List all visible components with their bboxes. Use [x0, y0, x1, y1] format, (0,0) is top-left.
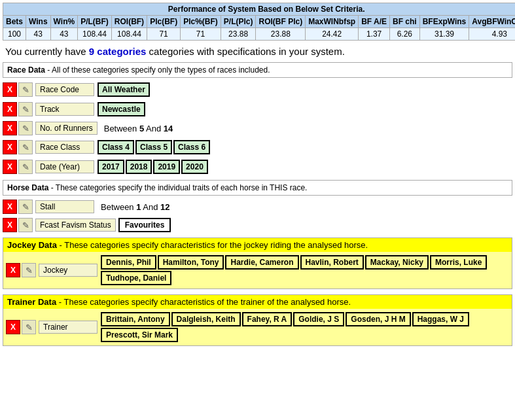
trainer-value-box: Goldie, J S — [293, 312, 344, 326]
perf-cell: 23.88 — [256, 28, 306, 41]
edit-trainer-button[interactable]: ✎ — [22, 320, 36, 334]
category-value-box: 2018 — [126, 160, 152, 174]
trainer-value-box: Brittain, Antony — [101, 312, 170, 326]
horse-category-row: X✎StallBetween 1 And 12 — [3, 200, 512, 214]
perf-col-header: P/L(BF) — [78, 16, 112, 28]
jockey-label: Jockey — [39, 264, 98, 277]
jockey-value-box: Hardie, Cameron — [225, 255, 298, 270]
race-category-row: X✎TrackNewcastle — [3, 101, 512, 117]
delete-button[interactable]: X — [3, 200, 17, 214]
trainer-data-section: Trainer Data - These categories specify … — [3, 294, 512, 346]
race-category-row: X✎Date (Year)2017201820192020 — [3, 159, 512, 175]
perf-col-header: AvgBFWinOdd — [469, 16, 515, 28]
pencil-icon: ✎ — [22, 220, 29, 230]
pencil-icon: ✎ — [22, 202, 29, 212]
perf-col-header: Bets — [3, 16, 26, 28]
category-value-text: Between 5 And 14 — [100, 122, 177, 135]
edit-button[interactable]: ✎ — [18, 121, 33, 135]
horse-category-values: Between 1 And 12 — [97, 201, 174, 213]
jockey-row: X ✎ Jockey Dennis, PhilHamilton, TonyHar… — [3, 252, 512, 289]
category-value-box: Newcastle — [98, 102, 145, 116]
horse-category-value-box: Favourites — [118, 218, 171, 232]
category-value-box: Class 4 — [98, 140, 134, 154]
edit-button[interactable]: ✎ — [18, 140, 33, 154]
category-values: All Weather — [97, 82, 151, 97]
delete-button[interactable]: X — [3, 121, 17, 135]
pencil-icon: ✎ — [22, 143, 29, 152]
horse-category-label: Stall — [35, 200, 94, 213]
category-value-box: All Weather — [98, 82, 150, 97]
trainer-value-box: Gosden, J H M — [346, 312, 410, 326]
pencil-icon-trainer: ✎ — [26, 323, 33, 332]
edit-button[interactable]: ✎ — [18, 82, 33, 97]
category-label: Track — [35, 103, 94, 116]
pencil-icon: ✎ — [22, 105, 29, 114]
trainer-value-box: Fahey, R A — [242, 312, 293, 326]
edit-button[interactable]: ✎ — [18, 102, 33, 116]
jockey-value-box: Hamilton, Tony — [158, 255, 224, 270]
perf-col-header: Win% — [50, 16, 78, 28]
delete-jockey-button[interactable]: X — [6, 263, 20, 277]
perf-col-header: ROI(BF Plc) — [256, 16, 306, 28]
perf-col-header: P/L(Plc) — [221, 16, 256, 28]
delete-button[interactable]: X — [3, 160, 17, 174]
category-label: No. of Runners — [35, 122, 98, 135]
perf-cell: 1.37 — [359, 28, 390, 41]
trainer-value-box: Haggas, W J — [412, 312, 469, 326]
perf-cell: 31.39 — [419, 28, 469, 41]
delete-trainer-button[interactable]: X — [6, 320, 20, 334]
category-values: Between 5 And 14 — [100, 122, 177, 135]
race-category-row: X✎Race ClassClass 4Class 5Class 6 — [3, 139, 512, 155]
perf-col-header: BF chi — [390, 16, 420, 28]
jockey-value-box: Dennis, Phil — [101, 255, 156, 270]
delete-button[interactable]: X — [3, 218, 17, 232]
category-value-box: 2019 — [153, 160, 180, 174]
delete-button[interactable]: X — [3, 140, 17, 154]
perf-col-header: BF A/E — [359, 16, 390, 28]
pencil-icon: ✎ — [22, 85, 29, 95]
category-label: Race Code — [35, 83, 94, 96]
perf-cell: 43 — [26, 28, 51, 41]
pencil-icon: ✎ — [26, 266, 33, 275]
edit-button[interactable]: ✎ — [18, 218, 33, 232]
horse-data-section: Horse Data - These categories specify th… — [3, 180, 512, 232]
edit-button[interactable]: ✎ — [18, 160, 33, 174]
jockey-value-box: Havlin, Robert — [300, 255, 364, 270]
trainer-row: X ✎ Trainer Brittain, AntonyDalgleish, K… — [3, 309, 512, 345]
horse-category-values: Favourites — [118, 218, 171, 232]
category-values: 2017201820192020 — [97, 159, 209, 175]
jockey-value-box: Tudhope, Daniel — [101, 271, 171, 285]
perf-col-header: BFExpWins — [419, 16, 469, 28]
race-data-section: Race Data - All of these categories spec… — [3, 62, 512, 175]
perf-cell: 71 — [181, 28, 221, 41]
delete-button[interactable]: X — [3, 102, 17, 116]
category-value-box: Class 5 — [135, 140, 172, 154]
race-section-header: Race Data - All of these categories spec… — [3, 62, 512, 78]
edit-jockey-button[interactable]: ✎ — [22, 263, 36, 277]
trainer-label: Trainer — [39, 321, 98, 334]
category-values: Class 4Class 5Class 6 — [97, 139, 211, 155]
perf-col-header: ROI(BF) — [111, 16, 147, 28]
category-label: Date (Year) — [35, 160, 94, 173]
perf-cell: 71 — [147, 28, 181, 41]
category-value-box: Class 6 — [173, 140, 210, 154]
horse-category-label: Fcast Favism Status — [35, 219, 116, 232]
perf-col-header: Wins — [26, 16, 51, 28]
perf-cell: 24.42 — [306, 28, 359, 41]
horse-section-header: Horse Data - These categories specify th… — [3, 180, 512, 196]
delete-button[interactable]: X — [3, 82, 17, 97]
perf-cell: 108.44 — [111, 28, 147, 41]
edit-button[interactable]: ✎ — [18, 200, 33, 214]
perf-cell: 23.88 — [221, 28, 256, 41]
jockey-value-box: Morris, Luke — [430, 255, 487, 270]
perf-cell: 6.26 — [390, 28, 420, 41]
jockey-data-section: Jockey Data - These categories specify c… — [3, 237, 512, 289]
pencil-icon: ✎ — [22, 162, 29, 172]
category-value-box: 2020 — [181, 160, 208, 174]
trainer-section-header: Trainer Data - These categories specify … — [3, 295, 512, 309]
performance-table: Performance of System Based on Below Set… — [3, 3, 515, 41]
race-category-row: X✎No. of RunnersBetween 5 And 14 — [3, 121, 512, 135]
perf-cell: 100 — [3, 28, 26, 41]
perf-col-header: Plc%(BF) — [181, 16, 221, 28]
perf-cell: 4.93 — [469, 28, 515, 41]
